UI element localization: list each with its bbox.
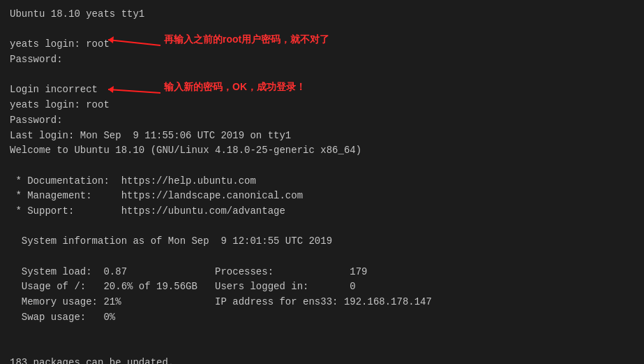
terminal-window: Ubuntu 18.10 yeats tty1yeats login: root… [0,0,644,364]
terminal-line: Memory usage: 21% IP address for ens33: … [10,295,634,310]
terminal-line: yeats login: root [10,37,634,52]
terminal-line: * Documentation: https://help.ubuntu.com [10,174,634,189]
terminal-line: Password: [10,52,634,68]
terminal-line: Swap usage: 0% [10,310,634,326]
terminal-line: Welcome to Ubuntu 18.10 (GNU/Linux 4.18.… [10,143,634,159]
terminal-line: Login incorrect [10,82,634,98]
terminal-line [10,325,634,340]
terminal-line: * Management: https://landscape.canonica… [10,189,634,204]
terminal-line: System load: 0.87 Processes: 179 [10,265,634,280]
terminal-line: Ubuntu 18.10 yeats tty1 [10,7,634,22]
terminal-line: * Support: https://ubuntu.com/advantage [10,204,634,219]
terminal-line [10,22,634,38]
terminal-line: yeats login: root [10,98,634,113]
terminal-output: Ubuntu 18.10 yeats tty1yeats login: root… [10,7,634,364]
terminal-line [10,249,634,265]
terminal-line [10,219,634,235]
terminal-line: 183 packages can be updated. [10,356,634,364]
terminal-line: Password: [10,113,634,129]
terminal-line: Last login: Mon Sep 9 11:55:06 UTC 2019 … [10,129,634,144]
terminal-line [10,340,634,356]
terminal-line: System information as of Mon Sep 9 12:01… [10,234,634,249]
terminal-line [10,159,634,174]
terminal-line: Usage of /: 20.6% of 19.56GB Users logge… [10,279,634,295]
terminal-line [10,68,634,83]
